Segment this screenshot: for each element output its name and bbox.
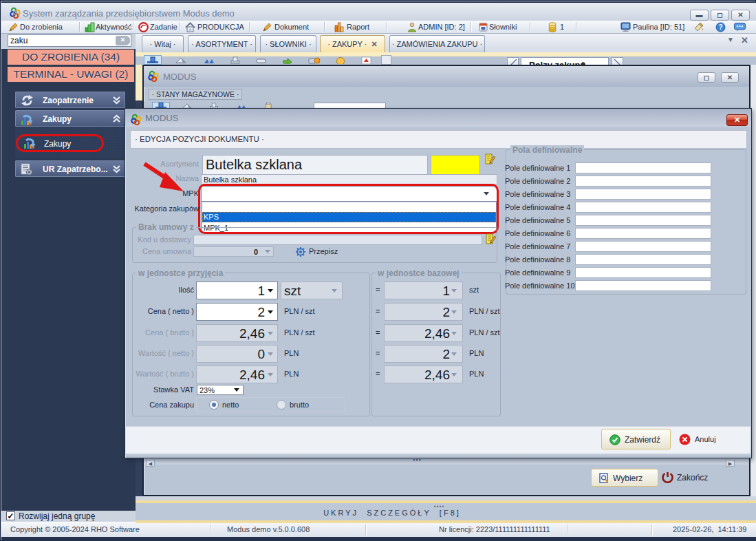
svg-text:?: ? <box>718 23 722 31</box>
